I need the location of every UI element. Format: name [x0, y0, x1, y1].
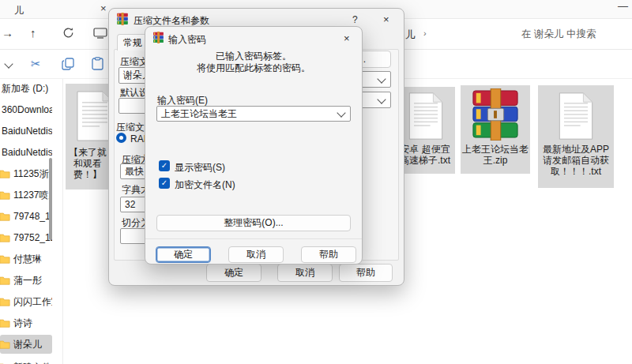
tab-general[interactable]: 常规	[117, 34, 149, 51]
show-password-label: 显示密码(S)	[175, 161, 225, 174]
paste-icon[interactable]	[92, 57, 103, 73]
breadcrumb[interactable]: 儿	[405, 28, 416, 42]
sidebar-item-folder[interactable]: 11237喷泉	[0, 186, 52, 205]
sidebar-item-baidunetdisk[interactable]: BaiduNetdis	[0, 122, 52, 141]
sidebar-item-drive-d[interactable]: 新加卷 (D:)	[0, 79, 52, 98]
button-row-divider	[145, 238, 362, 239]
sidebar-item-folder[interactable]: 11235浙江	[0, 164, 52, 183]
view-icon[interactable]	[93, 28, 107, 41]
sidebar-item-folder[interactable]: 付慧琳	[0, 250, 52, 268]
help-button[interactable]: 帮助	[339, 264, 393, 282]
format-rar-radio[interactable]	[116, 133, 126, 143]
sidebar-item-folder[interactable]: 闪闪工作室	[0, 292, 52, 311]
forward-icon[interactable]: →	[2, 26, 13, 39]
text-file-icon	[555, 92, 597, 143]
folder-icon	[0, 254, 10, 264]
sidebar-item-folder[interactable]: 79752_123	[0, 228, 52, 247]
sidebar-divider	[62, 79, 63, 364]
ok-button[interactable]: 确定	[206, 264, 261, 282]
cancel-button[interactable]: 取消	[277, 264, 333, 282]
sidebar-item-baidunetdisk-2[interactable]: BaiduNetdis	[0, 143, 52, 162]
dialog-close-icon[interactable]: ×	[383, 13, 389, 25]
cut-icon[interactable]: ✂	[31, 57, 41, 71]
folder-icon	[0, 297, 10, 306]
password-dialog-title: 输入密码	[168, 33, 206, 47]
folder-icon	[0, 340, 10, 349]
check-icon: ✓	[161, 179, 167, 187]
tab-close-icon[interactable]: ×	[100, 2, 107, 14]
search-input[interactable]: 在 谢朵儿 中搜索	[521, 28, 596, 41]
copy-icon[interactable]	[62, 58, 74, 73]
dialog-close-icon[interactable]: ×	[344, 32, 350, 44]
breadcrumb-chevron-icon: ›	[423, 28, 427, 38]
folder-icon	[0, 318, 10, 328]
help-button[interactable]: 帮助	[301, 246, 356, 263]
sidebar-item-folder[interactable]: 79748_123	[0, 207, 52, 226]
folder-icon	[0, 212, 10, 221]
folder-icon	[0, 190, 10, 200]
winrar-icon	[116, 13, 129, 28]
password-dialog: 输入密码 × 已输入密码标签。 将使用匹配此标签的密码。 输入密码(E) 上老王…	[145, 26, 363, 265]
cancel-button[interactable]: 取消	[228, 246, 284, 263]
encrypt-names-checkbox[interactable]: ✓	[159, 178, 170, 189]
explorer-tab-title: 儿	[14, 4, 24, 17]
dialog-help-icon[interactable]: ?	[352, 14, 358, 25]
encrypt-names-label: 加密文件名(N)	[175, 178, 235, 192]
window-minimize-icon[interactable]: —	[618, 0, 628, 12]
folder-icon	[0, 276, 10, 285]
show-password-checkbox[interactable]: ✓	[159, 160, 170, 171]
up-icon[interactable]: ↑	[30, 26, 36, 39]
sidebar-item-folder[interactable]: 诗诗	[0, 313, 52, 332]
file-tile-txt[interactable]: 最新地址及APP 请发邮箱自动获 取！！！.txt	[538, 85, 614, 188]
chevron-down-icon	[377, 95, 386, 103]
text-file-icon	[404, 92, 447, 143]
file-tile-archive[interactable]: 上老王论坛当老 王.zip	[461, 85, 530, 174]
file-tile-txt[interactable]: 【来了就 和观看 费！】	[66, 84, 110, 190]
sidebar-item-current-folder[interactable]: 谢朵儿	[0, 335, 52, 354]
sidebar-item-folder[interactable]: 蒲一彤	[0, 271, 52, 290]
chevron-down-icon	[337, 108, 345, 117]
refresh-icon[interactable]	[62, 26, 75, 42]
ok-button[interactable]: 确定	[156, 246, 211, 263]
folder-icon	[0, 233, 10, 242]
sidebar-scrollbar[interactable]	[49, 158, 52, 240]
winrar-archive-icon	[471, 88, 520, 143]
password-combobox[interactable]: 上老王论坛当老王	[156, 106, 351, 122]
organize-passwords-button[interactable]: 整理密码(O)...	[156, 215, 351, 231]
sidebar-item-folder[interactable]: 新建文件夹	[0, 358, 52, 364]
folder-icon	[0, 169, 10, 178]
chevron-down-icon	[377, 74, 386, 83]
check-icon: ✓	[161, 162, 167, 170]
sidebar-item-360download[interactable]: 360Downloa	[0, 100, 52, 119]
winrar-icon	[152, 32, 164, 46]
sidebar: 新加卷 (D:) 360Downloa BaiduNetdis BaiduNet…	[0, 79, 62, 364]
password-message-line2: 将使用匹配此标签的密码。	[145, 62, 362, 75]
new-dropdown-chevron-icon[interactable]	[4, 59, 13, 68]
